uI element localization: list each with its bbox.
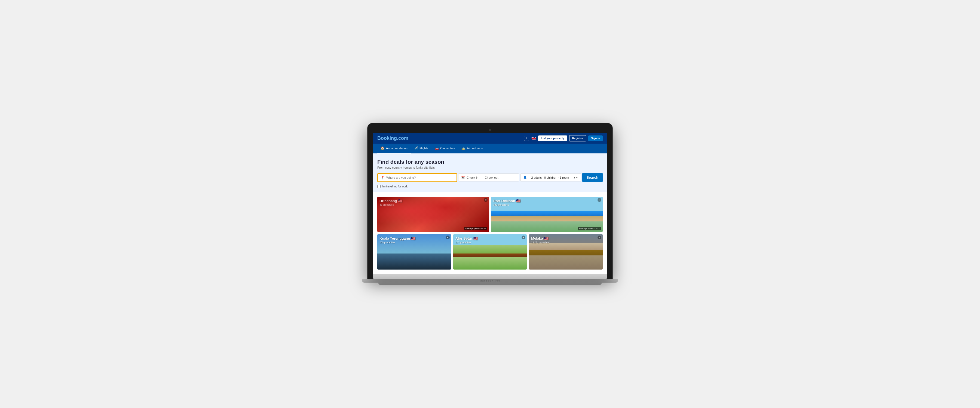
melaka-overlay: Melaka 🇲🇾 1,817 properties (529, 234, 603, 246)
kuala-terengganu-properties: 289 properties (379, 241, 449, 244)
port-dickson-flag: 🇲🇾 (516, 199, 520, 203)
secondary-nav: 🏠 Accommodation ✈️ Flights 🚗 Car rentals… (373, 144, 607, 153)
nav-item-flights[interactable]: ✈️ Flights (411, 144, 431, 153)
search-button[interactable]: Search (582, 173, 603, 182)
currency-button[interactable]: € (524, 136, 530, 141)
destinations-section: Brinchang 🇲🇾 48 properties Average price… (373, 192, 607, 274)
date-picker[interactable]: 📅 Check-in — Check-out (458, 173, 519, 181)
brinchang-close-button[interactable]: ✕ (484, 198, 488, 202)
logo: Booking.com (377, 135, 408, 141)
brinchang-properties: 48 properties (379, 203, 487, 206)
list-property-button[interactable]: List your property (538, 135, 567, 141)
alor-setar-overlay: Alor Setar 🇲🇾 107 properties (453, 234, 527, 246)
language-flag[interactable]: 🇬🇧 (531, 136, 536, 141)
kuala-terengganu-flag: 🇲🇾 (411, 237, 415, 240)
logo-main: Booking (377, 135, 397, 141)
nav-label-flights: Flights (420, 147, 428, 150)
nav-label-airport-taxis: Airport taxis (467, 147, 483, 150)
nav-item-accommodation[interactable]: 🏠 Accommodation (377, 144, 411, 153)
brinchang-flag: 🇲🇾 (398, 199, 402, 203)
destination-input[interactable] (386, 176, 454, 179)
top-nav: Booking.com € 🇬🇧 List your property Regi… (373, 133, 607, 144)
kuala-terengganu-close-button[interactable]: ✕ (446, 235, 450, 239)
top-nav-right: € 🇬🇧 List your property Register Sign in (524, 135, 603, 141)
calendar-icon: 📅 (461, 176, 465, 179)
screen-bezel: Booking.com € 🇬🇧 List your property Regi… (368, 123, 612, 279)
logo-accent: .com (397, 135, 408, 141)
brinchang-price: Average price€ 55.25 (464, 227, 487, 230)
port-dickson-overlay: Port Dickson 🇲🇾 343 properties (491, 197, 603, 208)
flights-icon: ✈️ (414, 146, 418, 150)
macbook-foot (379, 283, 601, 285)
search-bar: 📍 📅 Check-in — Check-out 👤 2 adults · 0 … (377, 173, 603, 182)
macbook-label: MacBook Pro (480, 279, 500, 282)
port-dickson-properties: 343 properties (493, 203, 601, 206)
nav-item-car-rentals[interactable]: 🚗 Car rentals (431, 144, 458, 153)
work-travel-label: I'm travelling for work (382, 185, 407, 188)
work-travel-checkbox-container: I'm travelling for work (377, 185, 603, 188)
dest-card-alor-setar[interactable]: Alor Setar 🇲🇾 107 properties ✕ (453, 234, 527, 270)
camera (489, 129, 491, 131)
car-icon: 🚗 (435, 146, 439, 150)
signin-button[interactable]: Sign in (588, 135, 603, 141)
taxi-icon: 🚕 (461, 146, 466, 150)
register-button[interactable]: Register (569, 135, 586, 141)
accommodation-icon: 🏠 (380, 146, 385, 150)
work-travel-checkbox[interactable] (377, 185, 380, 188)
browser-content: Booking.com € 🇬🇧 List your property Regi… (373, 133, 607, 274)
top-cards-grid: Brinchang 🇲🇾 48 properties Average price… (377, 197, 603, 232)
dest-card-port-dickson[interactable]: Port Dickson 🇲🇾 343 properties Average p… (491, 197, 603, 232)
melaka-label: Melaka (531, 237, 543, 240)
alor-setar-label: Alor Setar (455, 237, 472, 240)
dest-card-brinchang[interactable]: Brinchang 🇲🇾 48 properties Average price… (377, 197, 489, 232)
port-dickson-close-button[interactable]: ✕ (598, 198, 601, 202)
chevron-icon: ▲▼ (573, 176, 578, 179)
destination-field[interactable]: 📍 (377, 173, 457, 182)
guests-picker[interactable]: 👤 2 adults · 0 children · 1 room ▲▼ (520, 173, 581, 181)
melaka-flag: 🇲🇾 (544, 237, 549, 240)
alor-setar-flag: 🇲🇾 (473, 237, 478, 240)
screen: Booking.com € 🇬🇧 List your property Regi… (373, 133, 607, 274)
brinchang-overlay: Brinchang 🇲🇾 48 properties (377, 197, 489, 208)
checkout-label: Check-out (485, 176, 498, 179)
port-dickson-price: Average price€ 32.31 (578, 227, 601, 230)
date-separator: — (480, 176, 483, 179)
location-icon: 📍 (380, 176, 385, 179)
macbook-frame: Booking.com € 🇬🇧 List your property Regi… (368, 123, 612, 285)
nav-label-accommodation: Accommodation (386, 147, 407, 150)
dest-card-kuala-terengganu[interactable]: Kuala Terengganu 🇲🇾 289 properties ✕ (377, 234, 451, 270)
melaka-name: Melaka 🇲🇾 (531, 237, 601, 240)
kuala-terengganu-name: Kuala Terengganu 🇲🇾 (379, 237, 449, 240)
person-icon: 👤 (523, 176, 527, 179)
checkin-label: Check-in (466, 176, 478, 179)
brinchang-label: Brinchang (379, 199, 397, 203)
dest-card-melaka[interactable]: Melaka 🇲🇾 1,817 properties ✕ (529, 234, 603, 270)
hero-subtitle: From cosy country homes to funky city fl… (377, 166, 603, 169)
hero-title: Find deals for any season (377, 159, 603, 165)
melaka-properties: 1,817 properties (531, 241, 601, 244)
nav-item-airport-taxis[interactable]: 🚕 Airport taxis (458, 144, 486, 153)
nav-label-car-rentals: Car rentals (440, 147, 455, 150)
port-dickson-name: Port Dickson 🇲🇾 (493, 199, 601, 203)
screen-bottom-bezel (373, 274, 607, 279)
bottom-cards-grid: Kuala Terengganu 🇲🇾 289 properties ✕ (377, 234, 603, 270)
port-dickson-label: Port Dickson (493, 199, 515, 203)
hero-section: Find deals for any season From cosy coun… (373, 153, 607, 192)
melaka-close-button[interactable]: ✕ (598, 235, 601, 239)
guests-text: 2 adults · 0 children · 1 room (531, 176, 569, 179)
alor-setar-properties: 107 properties (455, 241, 525, 244)
macbook-base: MacBook Pro (362, 279, 618, 283)
kuala-terengganu-label: Kuala Terengganu (379, 237, 410, 240)
brinchang-name: Brinchang 🇲🇾 (379, 199, 487, 203)
alor-setar-name: Alor Setar 🇲🇾 (455, 237, 525, 240)
kuala-terengganu-overlay: Kuala Terengganu 🇲🇾 289 properties (377, 234, 451, 246)
